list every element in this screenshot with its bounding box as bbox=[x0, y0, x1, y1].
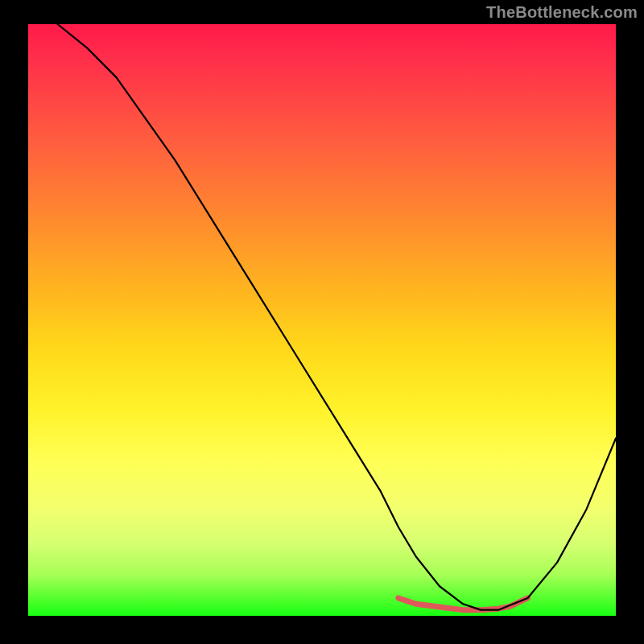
chart-stage: TheBottleneck.com bbox=[0, 0, 644, 644]
bottleneck-curve bbox=[58, 24, 617, 610]
watermark-text: TheBottleneck.com bbox=[486, 3, 638, 22]
plot-area bbox=[28, 24, 616, 616]
line-chart bbox=[28, 24, 616, 616]
